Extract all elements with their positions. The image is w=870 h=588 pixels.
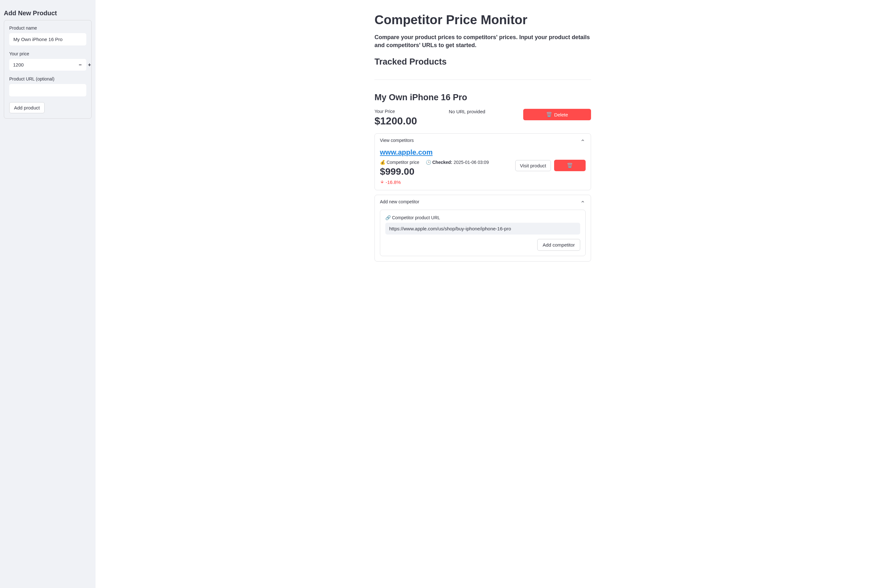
price-input[interactable] [9,59,77,71]
add-competitor-body: 🔗 Competitor product URL Add competitor [375,208,591,261]
tracked-products-title: Tracked Products [374,57,591,67]
add-competitor-expander: Add new competitor 🔗 Competitor product … [374,195,591,261]
view-competitors-title: View competitors [380,138,414,143]
competitor-host-link[interactable]: www.apple.com [380,148,432,157]
product-url-col: No URL provided [449,109,517,114]
delta-value: -16.8% [386,180,401,185]
product-name-label: Product name [9,25,86,31]
competitor-url-label: 🔗 Competitor product URL [385,215,580,220]
competitor-meta: 💰 Competitor price $999.00 🕒 Checked: 20… [380,160,510,177]
price-label: Your price [9,51,86,56]
competitor-info: 💰 Competitor price $999.00 🕒 Checked: 20… [380,160,510,185]
trash-icon: 🗑️ [546,112,552,117]
your-price-label: Your Price [374,109,442,114]
price-increment[interactable]: + [86,61,92,69]
no-url-text: No URL provided [449,109,517,114]
product-url-label: Product URL (optional) [9,76,86,82]
view-competitors-expander: View competitors www.apple.com 💰 Competi… [374,133,591,190]
add-competitor-form: 🔗 Competitor product URL Add competitor [380,210,585,256]
product-summary-row: Your Price $1200.00 No URL provided 🗑️ D… [374,109,591,127]
view-competitors-body: www.apple.com 💰 Competitor price $999.00… [375,147,591,190]
visit-product-button[interactable]: Visit product [515,160,551,171]
down-arrow-icon [380,180,384,185]
sidebar: Add New Product Product name Your price … [0,0,95,588]
competitor-price-value: $999.00 [380,166,419,177]
delete-competitor-button[interactable]: 🗑️ [554,160,585,171]
competitor-url-input[interactable] [385,223,580,235]
delete-col: 🗑️ Delete [523,109,591,120]
competitor-row: 💰 Competitor price $999.00 🕒 Checked: 20… [380,160,585,185]
sidebar-title: Add New Product [4,10,92,17]
price-decrement[interactable]: − [77,61,83,69]
competitor-checked: 🕒 Checked: 2025-01-06 03:09 [426,160,489,165]
your-price-value: $1200.00 [374,115,442,127]
price-stepper: − + [9,59,86,71]
page-title: Competitor Price Monitor [374,13,591,27]
page-subtitle: Compare your product prices to competito… [374,33,591,49]
add-product-button[interactable]: Add product [9,102,45,113]
add-competitor-button[interactable]: Add competitor [537,239,580,251]
competitor-price-label: 💰 Competitor price [380,160,419,165]
add-product-form: Product name Your price − + Product URL … [4,20,92,119]
add-competitor-title: Add new competitor [380,199,419,204]
delete-product-button[interactable]: 🗑️ Delete [523,109,591,120]
add-competitor-header[interactable]: Add new competitor [375,195,591,208]
competitor-actions: Visit product 🗑️ [515,160,585,171]
product-name-input[interactable] [9,33,86,46]
divider [374,80,591,80]
clock-icon: 🕒 [426,160,432,165]
chevron-up-icon [580,137,585,143]
product-url-input[interactable] [9,84,86,97]
your-price-col: Your Price $1200.00 [374,109,442,127]
trash-icon: 🗑️ [567,163,573,168]
main-content: Competitor Price Monitor Compare your pr… [355,0,610,588]
chevron-up-icon [580,199,585,205]
view-competitors-header[interactable]: View competitors [375,134,591,147]
price-delta: -16.8% [380,180,510,185]
delete-label: Delete [554,112,568,117]
checked-value: 2025-01-06 03:09 [453,160,489,165]
checked-bold: Checked: [432,160,452,165]
product-name: My Own iPhone 16 Pro [374,93,591,102]
